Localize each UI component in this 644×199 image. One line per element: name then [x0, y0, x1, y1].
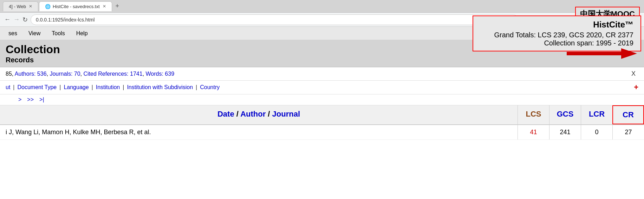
date-sort-link[interactable]: Date	[217, 110, 234, 118]
nav-institution[interactable]: Institution	[96, 84, 120, 91]
back-icon[interactable]: ←	[4, 16, 11, 23]
journal-sort-link[interactable]: Journal	[272, 110, 300, 118]
th-lcs: LCS	[518, 105, 549, 124]
nav-sep-3: |	[92, 84, 93, 91]
stats-prefix: 85,	[6, 71, 15, 77]
red-arrow	[567, 46, 637, 61]
header-section: Collection Records	[0, 40, 644, 67]
nav-country[interactable]: Country	[200, 84, 220, 91]
nav-links-row: ut | Document Type | Language | Institut…	[0, 81, 644, 94]
words-link[interactable]: Words: 639	[146, 71, 175, 77]
collection-title-block: Collection Records	[0, 40, 560, 67]
nav-ut[interactable]: ut	[6, 84, 10, 91]
th-cr: CR	[612, 105, 644, 124]
table-header: Date / Author / Journal LCS GCS LCR CR	[0, 105, 644, 125]
tab-web-label: 4] - Web	[9, 4, 26, 9]
nav-institution-subdivision[interactable]: Institution with Subdivision	[127, 84, 193, 91]
nav-sep-1: |	[13, 84, 14, 91]
th-gcs: GCS	[549, 105, 581, 124]
menu-ses[interactable]: ses	[3, 28, 23, 39]
menu-help[interactable]: Help	[71, 28, 93, 39]
table-row: i J, Wang Li, Mamon H, Kulke MH, Berbesa…	[0, 125, 644, 140]
nav-sep-4: |	[123, 84, 124, 91]
td-lcr: 0	[581, 125, 612, 139]
menu-view[interactable]: View	[23, 28, 46, 39]
page-next-next[interactable]: >>	[27, 97, 34, 103]
author-sort-link[interactable]: Author	[240, 110, 266, 118]
grand-totals-text: Grand Totals: LCS 239, GCS 2020, CR 2377	[494, 31, 633, 39]
records-label: Records	[6, 56, 554, 64]
svg-marker-1	[621, 48, 637, 59]
tab-histcite[interactable]: 🌐 HistCite - savedrecs.txt ✕	[39, 1, 112, 11]
nav-document-type[interactable]: Document Type	[18, 84, 57, 91]
arrow-container	[560, 40, 644, 67]
cited-refs-link[interactable]: Cited References: 1741	[84, 71, 143, 77]
tab-web[interactable]: 4] - Web ✕	[3, 1, 38, 11]
td-gcs: 241	[549, 125, 581, 139]
nav-sep-5: |	[196, 84, 197, 91]
page-last[interactable]: >|	[39, 97, 44, 103]
nav-sep-2: |	[59, 84, 61, 91]
collection-title: Collection	[6, 43, 554, 56]
stats-row: 85, Authors: 536, Journals: 70, Cited Re…	[0, 67, 644, 81]
page-next[interactable]: >	[18, 97, 21, 103]
tab-histcite-label: HistCite - savedrecs.txt	[53, 4, 100, 9]
th-main: Date / Author / Journal	[0, 105, 518, 124]
menu-tools[interactable]: Tools	[46, 28, 70, 39]
plus-icon[interactable]: +	[634, 83, 638, 92]
td-cr: 27	[612, 125, 644, 139]
pagination-row: > >> >|	[0, 94, 644, 105]
new-tab-button[interactable]: +	[113, 2, 122, 10]
stats-text: 85, Authors: 536, Journals: 70, Cited Re…	[6, 71, 174, 77]
td-lcs: 41	[518, 125, 549, 139]
forward-icon[interactable]: →	[13, 16, 20, 23]
nav-language[interactable]: Language	[64, 84, 89, 91]
histcite-brand: HistCite™	[593, 20, 633, 30]
close-button[interactable]: X	[629, 70, 638, 77]
tab-histcite-icon: 🌐	[45, 4, 51, 9]
journals-link[interactable]: Journals: 70	[50, 71, 80, 77]
menu-bar: ses View Tools Help HistCite™ Grand Tota…	[0, 27, 644, 40]
tab-web-close[interactable]: ✕	[29, 4, 32, 9]
tab-histcite-close[interactable]: ✕	[103, 4, 106, 9]
reload-icon[interactable]: ↻	[22, 16, 28, 24]
authors-link[interactable]: Authors: 536	[15, 71, 47, 77]
td-main: i J, Wang Li, Mamon H, Kulke MH, Berbesa…	[0, 125, 518, 139]
th-lcr: LCR	[581, 105, 612, 124]
